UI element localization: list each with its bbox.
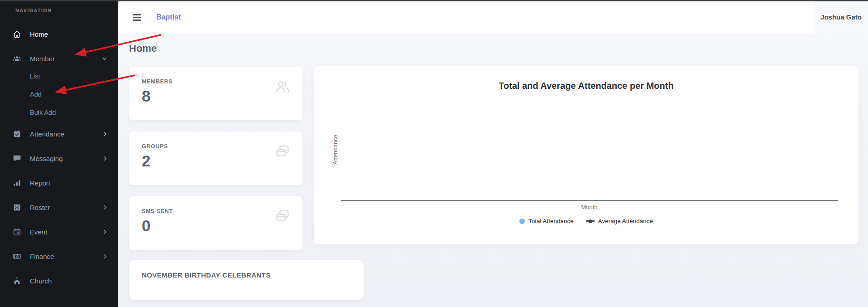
cash-icon — [13, 252, 21, 261]
birthday-celebrants-panel: NOVEMBER BIRTHDAY CELEBRANTS — [129, 260, 364, 300]
stat-card-sms-sent: SMS SENT 0 — [129, 196, 302, 250]
sidebar-item-label: Attendance — [30, 130, 64, 138]
stat-label: GROUPS — [142, 143, 290, 150]
legend-label: Average Attendance — [598, 218, 653, 224]
sidebar-item-messaging[interactable]: Messaging — [0, 146, 118, 171]
stat-value: 2 — [142, 153, 290, 169]
grid-icon — [13, 203, 21, 212]
church-icon — [13, 277, 21, 285]
attendance-chart-panel: Total and Average Attendance per Month A… — [314, 66, 858, 244]
stat-card-groups: GROUPS 2 — [129, 132, 302, 185]
brand-link[interactable]: Baptist — [156, 13, 181, 21]
main-content: Home MEMBERS 8 GROUPS 2 SMS SENT 0 — [118, 33, 868, 307]
member-submenu: List Add Bulk Add — [0, 67, 118, 122]
sidebar-subitem-label: Bulk Add — [30, 109, 56, 116]
top-navbar: Baptist Joshua Gato — [118, 1, 868, 33]
sidebar-item-roster[interactable]: Roster — [0, 195, 118, 219]
chart-title: Total and Average Attendance per Month — [314, 81, 858, 91]
sidebar-subitem-bulk-add[interactable]: Bulk Add — [0, 103, 118, 122]
user-name: Joshua Gato — [820, 13, 862, 21]
sidebar-item-label: Event — [30, 228, 47, 236]
x-axis-line — [341, 200, 838, 201]
sidebar-item-report[interactable]: Report — [0, 171, 118, 195]
sidebar-item-label: Report — [30, 179, 50, 187]
legend-line-dot-marker-icon — [586, 220, 595, 222]
hamburger-menu-icon[interactable] — [133, 14, 141, 22]
sidebar: NAVIGATION Home Member List — [0, 0, 118, 307]
sidebar-item-event[interactable]: Event — [0, 219, 118, 244]
chevron-right-icon — [104, 132, 107, 136]
stat-card-members: MEMBERS 8 — [129, 67, 302, 120]
chevron-down-icon — [102, 57, 107, 60]
chevron-right-icon — [104, 254, 107, 259]
y-axis-title: Attendance — [332, 135, 339, 165]
chart-legend: Total Attendance Average Attendance — [314, 218, 858, 224]
sidebar-item-label: Home — [30, 30, 48, 38]
sidebar-item-finance[interactable]: Finance — [0, 244, 118, 268]
x-axis-title: Month — [341, 204, 838, 210]
birthday-panel-title: NOVEMBER BIRTHDAY CELEBRANTS — [142, 271, 351, 279]
page-title: Home — [129, 43, 157, 54]
chevron-right-icon — [104, 205, 107, 210]
people-icon — [13, 54, 21, 63]
sidebar-menu: Home Member List Add Bulk Add — [0, 22, 118, 293]
stat-value: 8 — [142, 88, 290, 104]
sidebar-item-label: Messaging — [30, 155, 63, 162]
sidebar-item-label: Finance — [30, 253, 54, 260]
stat-value: 0 — [142, 218, 290, 234]
sidebar-item-label: Member — [30, 55, 55, 63]
sidebar-item-label: Church — [30, 277, 52, 285]
people-outline-icon — [274, 78, 291, 95]
stat-cards-column: MEMBERS 8 GROUPS 2 SMS SENT 0 — [129, 67, 302, 261]
sidebar-item-attendance[interactable]: Attendance — [0, 122, 118, 146]
legend-circle-marker-icon — [519, 219, 525, 224]
chevron-right-icon — [104, 156, 107, 161]
chat-bubble-icon — [13, 154, 21, 163]
stat-label: MEMBERS — [142, 78, 290, 85]
window-top-strip — [0, 0, 868, 1]
sidebar-subitem-label: List — [30, 73, 40, 80]
chevron-right-icon — [104, 229, 107, 234]
navigation-section-label: NAVIGATION — [15, 8, 52, 13]
calendar-icon — [13, 228, 21, 236]
sidebar-item-home[interactable]: Home — [0, 22, 118, 46]
calendar-check-icon — [13, 130, 21, 138]
stacked-windows-icon — [274, 208, 291, 224]
sidebar-item-church[interactable]: Church — [0, 268, 118, 293]
sidebar-item-label: Roster — [30, 204, 50, 211]
home-icon — [13, 30, 21, 39]
stat-label: SMS SENT — [142, 208, 290, 214]
legend-label: Total Attendance — [528, 218, 574, 224]
app-window: NAVIGATION Home Member List — [0, 0, 868, 307]
bar-chart-icon — [13, 179, 21, 187]
legend-item-total-attendance[interactable]: Total Attendance — [519, 218, 574, 224]
sidebar-subitem-add[interactable]: Add — [0, 85, 118, 103]
legend-item-average-attendance[interactable]: Average Attendance — [586, 218, 653, 224]
sidebar-subitem-list[interactable]: List — [0, 67, 118, 85]
sidebar-subitem-label: Add — [30, 91, 42, 98]
user-menu[interactable]: Joshua Gato — [814, 1, 868, 33]
stacked-windows-icon — [274, 143, 291, 160]
